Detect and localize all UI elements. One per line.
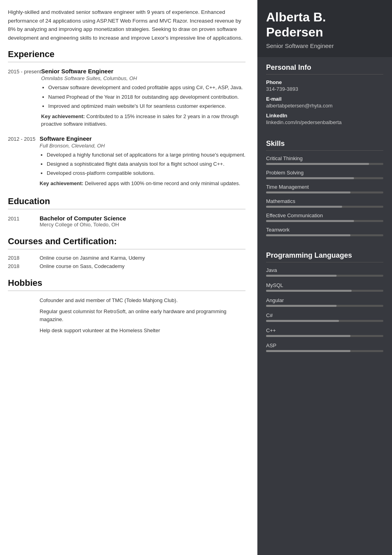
- personal-info-title: Personal Info: [266, 63, 383, 75]
- prog-item: Java: [266, 267, 383, 277]
- edu-subtitle: Mercy College of Ohio, Toledo, OH: [40, 222, 245, 228]
- bullet-item: Oversaw software development and coded p…: [48, 84, 245, 92]
- skill-item: Time Management: [266, 184, 383, 193]
- hobby-item: Regular guest columnist for RetroSoft, a…: [40, 308, 245, 323]
- prog-name: C++: [266, 327, 383, 333]
- entry-date: 2015 - present: [8, 68, 41, 128]
- courses-section: Courses and Certification: 2018Online co…: [8, 236, 245, 269]
- prog-bar-bg: [266, 335, 383, 337]
- edu-title: Bachelor of Computer Science: [40, 215, 245, 222]
- entry-subtitle: Full Bronson, Cleveland, OH: [40, 143, 245, 149]
- key-achievement: Key achievement: Delivered apps with 100…: [40, 180, 245, 188]
- education-section: Education 2011Bachelor of Computer Scien…: [8, 196, 245, 228]
- prog-title: Programming Languages: [266, 251, 383, 262]
- skill-bar-bg: [266, 191, 383, 193]
- hobby-item: Cofounder and avid member of TMC (Toledo…: [40, 297, 245, 304]
- courses-title: Courses and Certification:: [8, 236, 245, 249]
- course-entry: 2018Online course on Sass, Codecademy: [8, 263, 245, 269]
- prog-bar-fill: [266, 335, 350, 337]
- phone-label: Phone: [266, 79, 383, 85]
- entry-content: Software EngineerFull Bronson, Cleveland…: [40, 135, 245, 188]
- prog-bar-bg: [266, 275, 383, 277]
- skill-item: Critical Thinking: [266, 155, 383, 165]
- prog-name: MySQL: [266, 282, 383, 288]
- education-title: Education: [8, 196, 245, 209]
- personal-info-section: Personal Info Phone 314-739-3893 E-mail …: [257, 57, 392, 133]
- skill-item: Problem Solving: [266, 170, 383, 179]
- skill-bar-fill: [266, 234, 350, 236]
- entry-title: Software Engineer: [40, 135, 245, 142]
- left-column: Highly-skilled and motivated senior soft…: [0, 0, 257, 555]
- prog-name: C#: [266, 312, 383, 318]
- prog-item: Angular: [266, 297, 383, 307]
- bullet-item: Developed a highly functional set of app…: [47, 151, 245, 159]
- bullet-item: Designed a sophisticated flight data ana…: [47, 160, 245, 168]
- skill-name: Effective Communication: [266, 212, 383, 218]
- prog-item: MySQL: [266, 282, 383, 292]
- candidate-title: Senior Software Engineer: [266, 42, 383, 49]
- linkedin-value: linkedin.com/in/pedersenbalberta: [266, 119, 383, 125]
- bullet-item: Named Prophead of the Year in 2018 for o…: [48, 93, 245, 101]
- course-text: Online course on Sass, Codecademy: [40, 263, 125, 269]
- prog-bar-fill: [266, 320, 339, 322]
- skill-bar-fill: [266, 163, 369, 165]
- experience-entry: 2015 - presentSenior Software EngineerOm…: [8, 68, 245, 128]
- skill-name: Mathematics: [266, 198, 383, 204]
- skills-section: Skills Critical ThinkingProblem SolvingT…: [257, 133, 392, 245]
- skill-bar-fill: [266, 206, 342, 208]
- entry-content: Senior Software EngineerOmnilabs Softwar…: [41, 68, 245, 128]
- hobby-item: Help desk support volunteer at the Homel…: [40, 327, 245, 335]
- skills-list: Critical ThinkingProblem SolvingTime Man…: [266, 155, 383, 236]
- email-value: albertabpetersen@rhyta.com: [266, 103, 383, 109]
- prog-section: Programming Languages JavaMySQLAngularC#…: [257, 245, 392, 362]
- hobbies-list: Cofounder and avid member of TMC (Toledo…: [40, 297, 245, 335]
- skill-item: Teamwork: [266, 227, 383, 236]
- skills-title: Skills: [266, 140, 383, 151]
- prog-list: JavaMySQLAngularC#C++ASP: [266, 267, 383, 352]
- skill-bar-fill: [266, 177, 354, 179]
- prog-bar-fill: [266, 275, 337, 277]
- right-column: Alberta B. Pedersen Senior Software Engi…: [257, 0, 392, 555]
- education-entry: 2011Bachelor of Computer ScienceMercy Co…: [8, 215, 245, 228]
- courses-entries: 2018Online course on Jasmine and Karma, …: [8, 255, 245, 269]
- skill-name: Time Management: [266, 184, 383, 190]
- skill-bar-fill: [266, 220, 354, 222]
- email-label: E-mail: [266, 96, 383, 102]
- prog-item: C++: [266, 327, 383, 337]
- prog-bar-bg: [266, 320, 383, 322]
- prog-name: Angular: [266, 297, 383, 303]
- entry-bullets: Developed a highly functional set of app…: [47, 151, 245, 177]
- phone-value: 314-739-3893: [266, 86, 383, 92]
- experience-title: Experience: [8, 49, 245, 62]
- entry-date: 2012 - 2015: [8, 135, 40, 188]
- skill-name: Critical Thinking: [266, 155, 383, 161]
- prog-item: ASP: [266, 343, 383, 352]
- summary-text: Highly-skilled and motivated senior soft…: [8, 8, 245, 42]
- skill-name: Teamwork: [266, 227, 383, 233]
- prog-bar-fill: [266, 290, 352, 292]
- prog-bar-bg: [266, 290, 383, 292]
- skill-bar-bg: [266, 234, 383, 236]
- prog-bar-bg: [266, 305, 383, 307]
- skill-bar-bg: [266, 220, 383, 222]
- key-achievement: Key achievement: Contributed to a 15% in…: [41, 113, 245, 128]
- entry-bullets: Oversaw software development and coded p…: [48, 84, 245, 110]
- entry-subtitle: Omnilabs Software Suites, Columbus, OH: [41, 75, 245, 81]
- course-date: 2018: [8, 255, 40, 261]
- prog-name: Java: [266, 267, 383, 273]
- experience-entry: 2012 - 2015Software EngineerFull Bronson…: [8, 135, 245, 188]
- hobbies-section: Hobbies Cofounder and avid member of TMC…: [8, 278, 245, 335]
- entry-title: Senior Software Engineer: [41, 68, 245, 75]
- skill-bar-bg: [266, 206, 383, 208]
- course-date: 2018: [8, 263, 40, 269]
- entry-content: Bachelor of Computer ScienceMercy Colleg…: [40, 215, 245, 228]
- skill-name: Problem Solving: [266, 170, 383, 176]
- bullet-item: Improved and optimized main website's UI…: [48, 102, 245, 110]
- prog-bar-bg: [266, 350, 383, 352]
- skill-item: Mathematics: [266, 198, 383, 208]
- prog-name: ASP: [266, 343, 383, 348]
- course-text: Online course on Jasmine and Karma, Udem…: [40, 255, 145, 261]
- hobbies-title: Hobbies: [8, 278, 245, 291]
- skill-bar-bg: [266, 163, 383, 165]
- skill-item: Effective Communication: [266, 212, 383, 222]
